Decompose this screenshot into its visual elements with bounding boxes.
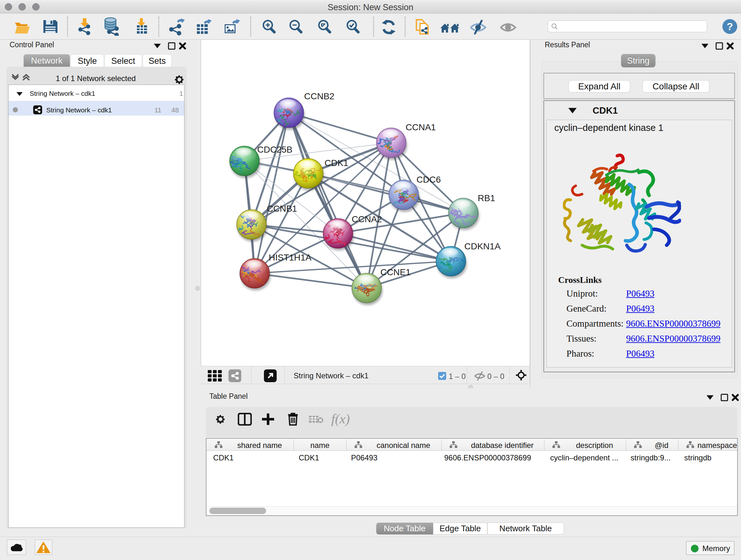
svg-text:CCNB2: CCNB2 (304, 91, 334, 101)
svg-text:CDC6: CDC6 (416, 175, 441, 185)
svg-text:CDC25B: CDC25B (257, 145, 292, 154)
svg-text:CDK1: CDK1 (325, 158, 348, 168)
svg-text:CCNB1: CCNB1 (267, 204, 297, 213)
svg-text:CCNA1: CCNA1 (406, 122, 436, 132)
svg-text:RB1: RB1 (478, 193, 495, 203)
svg-text:?: ? (727, 21, 733, 32)
svg-text:CCNE1: CCNE1 (381, 267, 411, 277)
svg-text:HIST1H1A: HIST1H1A (269, 253, 312, 262)
svg-text:CDKN1A: CDKN1A (464, 241, 501, 251)
svg-text:CCNA2: CCNA2 (352, 214, 382, 224)
